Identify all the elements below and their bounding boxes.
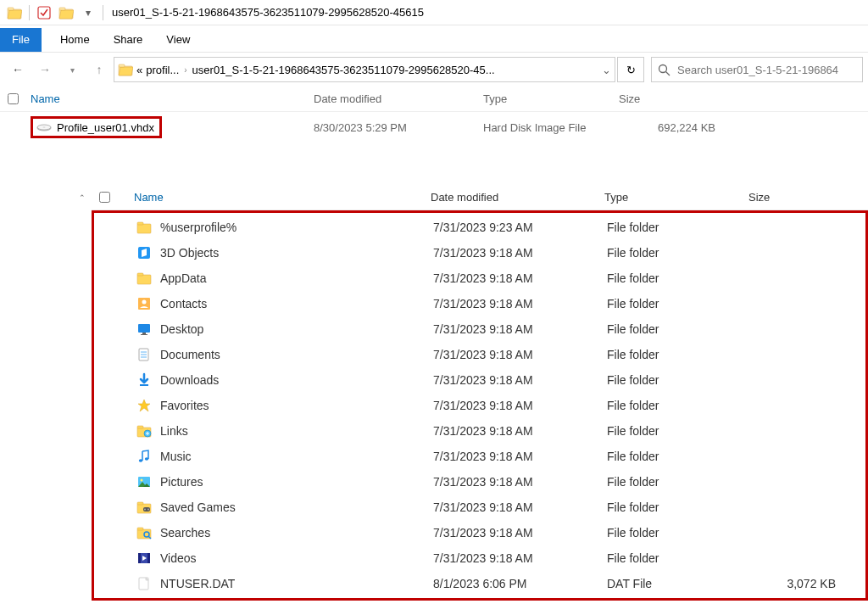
col-type-header[interactable]: Type <box>483 92 619 105</box>
file-date: 7/31/2023 9:18 AM <box>433 526 607 540</box>
file-name: Searches <box>160 526 210 540</box>
folder-icon <box>136 220 152 235</box>
tab-file[interactable]: File <box>0 28 42 52</box>
refresh-button[interactable]: ↻ <box>617 57 644 82</box>
tab-home[interactable]: Home <box>48 28 102 52</box>
file-row[interactable]: 3D Objects7/31/2023 9:18 AMFile folder <box>94 240 865 266</box>
file-row[interactable]: Documents7/31/2023 9:18 AMFile folder <box>94 342 865 367</box>
recent-dropdown[interactable]: ▾ <box>59 57 85 82</box>
quick-access-pin-icon[interactable] <box>35 3 53 22</box>
file-row[interactable]: Pictures7/31/2023 9:18 AMFile folder <box>94 469 865 495</box>
file-row[interactable]: Music7/31/2023 9:18 AMFile folder <box>94 444 865 469</box>
file-row[interactable]: Desktop7/31/2023 9:18 AMFile folder <box>94 316 865 342</box>
file-row[interactable]: Saved Games7/31/2023 9:18 AMFile folder <box>94 495 865 520</box>
address-bar[interactable]: « profil... › user01_S-1-5-21-1968643575… <box>114 57 615 82</box>
file-type: DAT File <box>607 577 751 590</box>
file-type: File folder <box>607 322 751 336</box>
select-all-checkbox[interactable] <box>99 192 110 203</box>
file-name: Music <box>160 450 192 463</box>
file-name: Desktop <box>160 322 203 336</box>
select-all-checkbox[interactable] <box>8 93 19 104</box>
file-row[interactable]: Videos7/31/2023 9:18 AMFile folder <box>94 545 865 571</box>
savedgames-icon <box>136 500 152 515</box>
file-name: Saved Games <box>160 500 236 514</box>
file-type: File folder <box>607 475 751 489</box>
chevron-right-icon[interactable]: › <box>182 65 188 75</box>
file-name: 3D Objects <box>160 246 219 260</box>
file-row[interactable]: Favorites7/31/2023 9:18 AMFile folder <box>94 393 865 418</box>
file-name: Documents <box>160 348 220 361</box>
file-date: 7/31/2023 9:18 AM <box>433 551 607 565</box>
file-row[interactable]: %userprofile%7/31/2023 9:23 AMFile folde… <box>94 215 865 240</box>
documents-icon <box>136 347 152 362</box>
file-date: 7/31/2023 9:18 AM <box>433 424 607 438</box>
folder-context-icon <box>57 3 75 22</box>
music-icon <box>136 449 152 464</box>
file-size: 3,072 KB <box>751 577 844 590</box>
file-type: File folder <box>607 526 751 540</box>
contacts-icon <box>136 296 152 311</box>
file-type: File folder <box>607 373 751 387</box>
file-icon <box>136 576 152 591</box>
file-row[interactable]: Links7/31/2023 9:18 AMFile folder <box>94 418 865 444</box>
file-name: NTUSER.DAT <box>160 577 235 590</box>
file-type: File folder <box>607 221 751 234</box>
separator <box>29 5 30 20</box>
file-row[interactable]: Contacts7/31/2023 9:18 AMFile folder <box>94 291 865 316</box>
pictures-icon <box>136 474 152 489</box>
search-box[interactable] <box>651 57 863 82</box>
file-name: %userprofile% <box>160 221 236 234</box>
back-button[interactable]: ← <box>5 57 31 82</box>
file-date: 8/1/2023 6:06 PM <box>433 577 607 590</box>
file-date: 7/31/2023 9:23 AM <box>433 221 607 234</box>
file-type: File folder <box>607 424 751 438</box>
file-row[interactable]: NTUSER.DAT8/1/2023 6:06 PMDAT File3,072 … <box>94 571 865 596</box>
qat-dropdown-icon[interactable]: ▾ <box>79 3 97 22</box>
file-name: Downloads <box>160 373 219 387</box>
favorites-icon <box>136 398 152 413</box>
file-date: 7/31/2023 9:18 AM <box>433 450 607 463</box>
tab-share[interactable]: Share <box>102 28 155 52</box>
file-type: File folder <box>607 297 751 310</box>
file-row[interactable]: AppData7/31/2023 9:18 AMFile folder <box>94 266 865 291</box>
breadcrumb-seg2[interactable]: user01_S-1-5-21-1968643575-3623511079-29… <box>192 64 495 76</box>
forward-button[interactable]: → <box>32 57 58 82</box>
col-size-header[interactable]: Size <box>748 191 842 204</box>
file-type: File folder <box>607 450 751 463</box>
file-row[interactable]: Downloads7/31/2023 9:18 AMFile folder <box>94 367 865 393</box>
threed-icon <box>136 245 152 260</box>
folder-icon <box>136 271 152 286</box>
folder-icon <box>118 62 133 77</box>
inner-file-list: Name⌃ Date modified Type Size %userprofi… <box>92 185 868 601</box>
file-date: 7/31/2023 9:18 AM <box>433 271 607 285</box>
search-input[interactable] <box>676 63 857 77</box>
file-name: Pictures <box>160 475 203 489</box>
file-date: 7/31/2023 9:18 AM <box>433 399 607 412</box>
file-date: 7/31/2023 9:18 AM <box>433 246 607 260</box>
file-row[interactable]: Searches7/31/2023 9:18 AMFile folder <box>94 520 865 545</box>
col-type-header[interactable]: Type <box>604 191 748 204</box>
tab-view[interactable]: View <box>154 28 202 52</box>
disk-icon <box>36 120 52 135</box>
col-date-header[interactable]: Date modified <box>314 92 483 105</box>
ribbon: File Home Share View <box>0 25 868 53</box>
up-button[interactable]: ↑ <box>86 57 112 82</box>
breadcrumb-seg1[interactable]: profil... <box>146 64 179 76</box>
highlighted-file: Profile_user01.vhdx <box>31 116 162 138</box>
title-bar: ▾ user01_S-1-5-21-1968643575-3623511079-… <box>0 0 868 25</box>
file-row[interactable]: Profile_user01.vhdx 8/30/2023 5:29 PM Ha… <box>0 112 868 143</box>
searches-icon <box>136 525 152 540</box>
col-name-header[interactable]: Name⌃ <box>25 92 314 105</box>
nav-bar: ← → ▾ ↑ « profil... › user01_S-1-5-21-19… <box>0 53 868 87</box>
file-type: File folder <box>607 500 751 514</box>
file-type: File folder <box>607 399 751 412</box>
column-header-row: Name⌃ Date modified Type Size <box>92 185 868 210</box>
col-size-header[interactable]: Size <box>619 92 729 105</box>
col-date-header[interactable]: Date modified <box>431 191 604 204</box>
col-name-header[interactable]: Name⌃ <box>117 191 431 204</box>
address-expand-icon[interactable]: ⌄ <box>602 64 611 76</box>
breadcrumb-prefix: « <box>136 64 142 76</box>
file-date: 7/31/2023 9:18 AM <box>433 475 607 489</box>
downloads-icon <box>136 372 152 388</box>
file-name: Favorites <box>160 399 209 412</box>
